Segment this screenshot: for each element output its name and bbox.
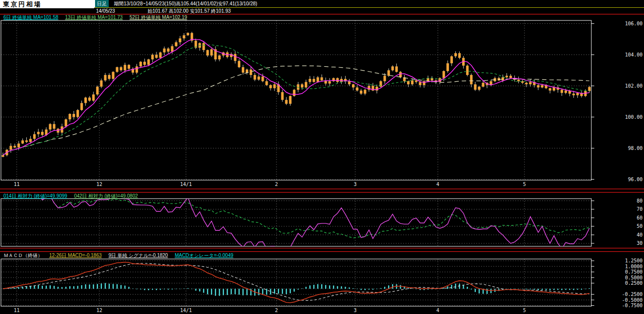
timeframe-label[interactable]: 日足 [95, 0, 109, 7]
period-range-label: 期間13/10/28~14/05/23(150)高105.44(14/01/02… [114, 1, 257, 6]
y-axis-label: 0.5000 [625, 275, 643, 280]
separator-line [0, 192, 644, 193]
y-axis-label: 50 [637, 223, 643, 229]
ma-legend-item[interactable]: 6日 終値単純 MA=101.58 [3, 15, 59, 20]
x-axis-label: 5 [523, 308, 526, 313]
y-axis-label: 1.0000 [625, 264, 643, 269]
ma-legend-item[interactable]: 13日 終値単純 MA=101.73 [65, 15, 123, 20]
y-axis-label: -0.7500 [622, 303, 643, 308]
x-axis-label: 4 [436, 182, 439, 187]
y-axis-label: 70 [637, 206, 643, 212]
chart-terminal-screen: 106.00104.00102.00100.0098.0096.00807060… [0, 0, 644, 314]
x-axis-label: 5 [523, 182, 526, 187]
y-axis-label: 30 [637, 240, 643, 246]
x-axis-label: 12 [97, 308, 102, 313]
day-ohlc-label: 始101.67 高102.00 安101.57 終101.93 [148, 8, 231, 14]
macd-panel [2, 262, 590, 303]
separator-line [0, 251, 644, 252]
x-axis-label: 2 [275, 182, 278, 187]
y-axis-label: 1.2500 [625, 258, 643, 263]
separator-line [0, 189, 644, 189]
macd-legend-item[interactable]: MACDオシレータ=-0.0049 [175, 253, 233, 258]
price-panel-legend: 6日 終値単純 MA=101.5813日 終値単純 MA=101.7352日 終… [3, 15, 194, 20]
rsi-legend-item[interactable]: 014日 相対力 (終値)=49.9099 [3, 193, 67, 199]
ma-legend-item[interactable]: 52日 終値単純 MA=102.19 [130, 15, 187, 20]
y-axis-label: -0.2500 [622, 292, 643, 297]
separator-line [0, 248, 644, 248]
rsi-panel-legend: 014日 相対力 (終値)=49.9099042日 相対力 (終値)=49.08… [3, 193, 145, 199]
rsi-legend-item[interactable]: 042日 相対力 (終値)=49.0802 [74, 193, 138, 199]
y-axis-label: 80 [637, 198, 643, 203]
x-axis-label: 14/1 [180, 308, 192, 313]
y-axis-label: 98.00 [628, 146, 643, 151]
macd-legend-item[interactable]: 12-26日 MACD=-0.1863 [49, 253, 102, 258]
y-axis-label: -0.5000 [622, 297, 643, 303]
price-panel [1, 32, 590, 157]
charts-canvas: 106.00104.00102.00100.0098.0096.00807060… [0, 0, 644, 314]
x-axis-label: 11 [14, 182, 20, 187]
x-axis-label: 3 [354, 308, 357, 313]
window-title: 東京円相場 [0, 0, 94, 8]
y-axis-label: 100.00 [625, 114, 643, 120]
y-axis-label: 0.7500 [625, 269, 643, 275]
x-axis-label: 11 [14, 308, 20, 313]
macd-legend-item[interactable]: 9日 単純 シグナル=-0.1820 [109, 253, 168, 258]
x-axis-label: 2 [275, 308, 278, 313]
y-axis-label: 102.00 [625, 83, 643, 89]
chart-info-line1: 日足 期間13/10/28~14/05/23(150)高105.44(14/01… [94, 0, 644, 8]
x-axis-label: 4 [436, 308, 439, 313]
x-axis-label: 12 [97, 182, 102, 187]
x-axis-label: 3 [354, 182, 357, 187]
y-axis-label: 106.00 [625, 21, 643, 26]
current-date-label: 14/05/23 [96, 8, 115, 14]
x-axis-label: 14/1 [180, 182, 192, 187]
macd-panel-legend: ＭＡＣＤ（終値）12-26日 MACD=-0.18639日 単純 シグナル=-0… [3, 253, 240, 258]
y-axis-label: 0.2500 [625, 280, 643, 286]
y-axis-label: 104.00 [625, 52, 643, 57]
y-axis-label: 40 [637, 232, 643, 238]
macd-legend-item[interactable]: ＭＡＣＤ（終値） [3, 253, 42, 258]
chart-info-line2: 14/05/23 始101.67 高102.00 安101.57 終101.93 [96, 8, 231, 14]
y-axis-label: 96.00 [628, 177, 643, 182]
y-axis-label: 60 [637, 215, 643, 221]
